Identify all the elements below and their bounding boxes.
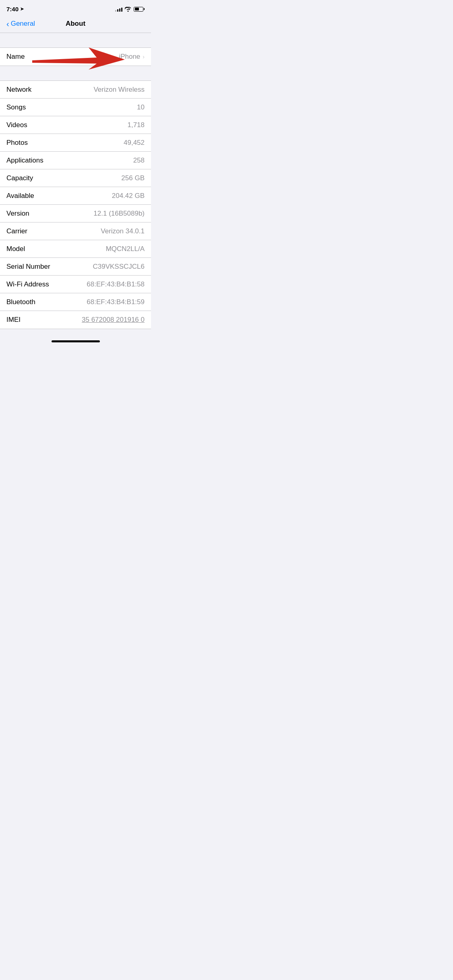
item-label: Photos xyxy=(6,139,28,147)
chevron-right-icon: › xyxy=(143,54,145,60)
status-icons xyxy=(115,7,145,12)
list-item: ModelMQCN2LL/A xyxy=(0,240,151,258)
status-time: 7:40 ➤ xyxy=(6,6,24,12)
item-label: Videos xyxy=(6,121,27,129)
name-label: Name xyxy=(6,53,25,61)
item-label: Version xyxy=(6,210,29,218)
item-value: Verizon Wireless xyxy=(93,86,145,94)
item-label: Model xyxy=(6,245,25,253)
item-value: 10 xyxy=(137,103,145,111)
list-item: CarrierVerizon 34.0.1 xyxy=(0,222,151,240)
item-value: 258 xyxy=(133,156,145,165)
nav-bar: ‹ General About xyxy=(0,16,151,33)
item-value: 68:EF:43:B4:B1:58 xyxy=(87,280,145,288)
item-label: Bluetooth xyxy=(6,298,35,306)
item-value: MQCN2LL/A xyxy=(106,245,145,253)
list-item: Available204.42 GB xyxy=(0,187,151,205)
name-section: Name iPhone › xyxy=(0,47,151,66)
section-spacer-mid xyxy=(0,66,151,80)
list-item: Applications258 xyxy=(0,152,151,169)
location-icon: ➤ xyxy=(20,6,24,12)
item-label: Applications xyxy=(6,156,43,165)
time-display: 7:40 xyxy=(6,6,19,12)
list-item: Bluetooth68:EF:43:B4:B1:59 xyxy=(0,293,151,311)
list-item: Capacity256 GB xyxy=(0,169,151,187)
item-value: C39VKSSCJCL6 xyxy=(93,263,145,271)
item-value: 256 GB xyxy=(121,174,145,182)
info-list: NetworkVerizon WirelessSongs10Videos1,71… xyxy=(0,80,151,329)
item-label: Wi-Fi Address xyxy=(6,280,49,288)
bottom-spacer xyxy=(0,329,151,337)
item-label: Network xyxy=(6,86,31,94)
item-label: Songs xyxy=(6,103,26,111)
name-value: iPhone › xyxy=(119,53,145,61)
item-value: Verizon 34.0.1 xyxy=(101,227,145,235)
wifi-icon xyxy=(125,7,131,12)
back-button[interactable]: ‹ General xyxy=(3,18,38,29)
item-value: 35 672008 201916 0 xyxy=(82,316,145,324)
item-value: 12.1 (16B5089b) xyxy=(93,210,145,218)
home-bar xyxy=(52,340,100,342)
section-spacer-top xyxy=(0,33,151,47)
item-value: 49,452 xyxy=(124,139,145,147)
list-item: Songs10 xyxy=(0,99,151,116)
item-value: 204.42 GB xyxy=(112,192,145,200)
item-label: Carrier xyxy=(6,227,27,235)
list-item: Wi-Fi Address68:EF:43:B4:B1:58 xyxy=(0,276,151,293)
item-label: Serial Number xyxy=(6,263,50,271)
item-label: IMEI xyxy=(6,316,21,324)
status-bar: 7:40 ➤ xyxy=(0,0,151,16)
list-item: Serial NumberC39VKSSCJCL6 xyxy=(0,258,151,276)
page-wrapper: 7:40 ➤ xyxy=(0,0,151,345)
list-item: Videos1,718 xyxy=(0,116,151,134)
item-value: 68:EF:43:B4:B1:59 xyxy=(87,298,145,306)
name-row[interactable]: Name iPhone › xyxy=(0,48,151,66)
list-item: NetworkVerizon Wireless xyxy=(0,81,151,99)
battery-icon xyxy=(134,7,145,12)
signal-icon xyxy=(115,7,122,12)
home-indicator xyxy=(0,337,151,345)
item-label: Capacity xyxy=(6,174,33,182)
list-item: Photos49,452 xyxy=(0,134,151,152)
list-item: Version12.1 (16B5089b) xyxy=(0,205,151,222)
item-value: 1,718 xyxy=(127,121,145,129)
back-label: General xyxy=(11,20,35,28)
item-label: Available xyxy=(6,192,34,200)
back-chevron-icon: ‹ xyxy=(6,20,9,28)
list-item: IMEI35 672008 201916 0 xyxy=(0,311,151,329)
page-title: About xyxy=(66,20,85,28)
